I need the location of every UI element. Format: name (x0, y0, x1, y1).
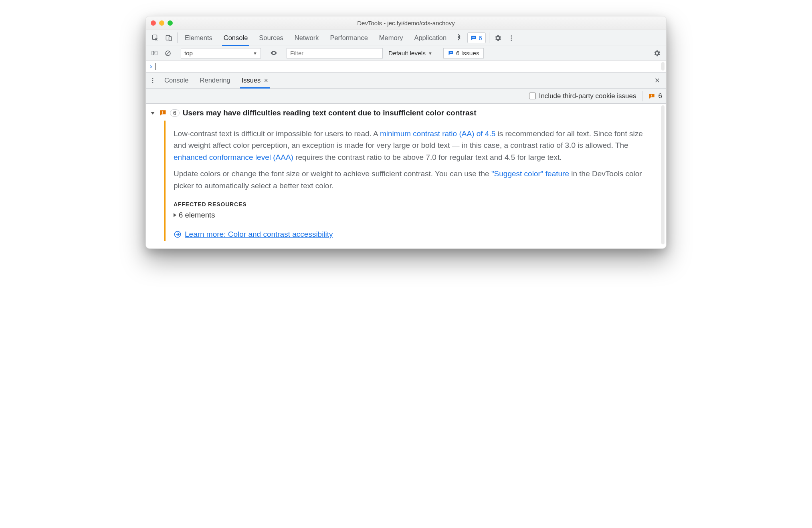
scrollbar[interactable] (661, 105, 665, 244)
console-settings-icon[interactable] (650, 49, 664, 57)
warning-icon (159, 109, 167, 117)
console-prompt[interactable]: › (146, 60, 666, 73)
svg-point-13 (152, 82, 154, 83)
tabs-overflow-icon[interactable] (452, 30, 466, 46)
issues-warning-count: 6 (642, 91, 662, 101)
window-titlebar: DevTools - jec.fyi/demo/cds-anchovy (146, 16, 666, 30)
svg-rect-16 (162, 111, 163, 113)
execution-context-select[interactable]: top ▼ (181, 48, 261, 58)
close-tab-icon[interactable]: × (264, 77, 268, 84)
issues-pane: 6 Users may have difficulties reading te… (146, 104, 666, 248)
tab-elements[interactable]: Elements (179, 30, 218, 46)
more-options-icon[interactable] (505, 30, 518, 46)
tab-memory[interactable]: Memory (374, 30, 409, 46)
main-tab-bar: Elements Console Sources Network Perform… (146, 30, 666, 46)
divider (489, 32, 489, 43)
console-toolbar: top ▼ Filter Default levels ▼ 6 Issues (146, 46, 666, 60)
disclosure-triangle-icon[interactable] (151, 112, 155, 115)
link-suggest-color[interactable]: "Suggest color" feature (491, 169, 569, 178)
issue-header[interactable]: 6 Users may have difficulties reading te… (151, 109, 658, 121)
devtools-window: DevTools - jec.fyi/demo/cds-anchovy Elem… (145, 16, 667, 249)
drawer-more-icon[interactable] (147, 73, 159, 88)
issues-counter-button[interactable]: 6 (467, 32, 486, 43)
svg-rect-3 (473, 37, 475, 37)
issue-description-2: Update colors or change the font size or… (174, 168, 650, 191)
affected-resources-item[interactable]: 6 elements (174, 211, 650, 220)
window-title: DevTools - jec.fyi/demo/cds-anchovy (146, 20, 666, 26)
inspect-element-icon[interactable] (148, 30, 162, 46)
svg-point-12 (152, 80, 154, 81)
svg-point-4 (511, 35, 512, 36)
svg-point-6 (511, 39, 512, 40)
svg-rect-17 (162, 113, 163, 114)
close-window-button[interactable] (151, 20, 156, 26)
settings-icon[interactable] (491, 30, 505, 46)
log-levels-select[interactable]: Default levels ▼ (384, 48, 436, 58)
tab-sources[interactable]: Sources (253, 30, 289, 46)
zoom-window-button[interactable] (168, 20, 173, 26)
disclosure-triangle-icon (174, 213, 176, 217)
open-issues-button[interactable]: 6 Issues (443, 48, 484, 58)
live-expression-icon[interactable] (268, 49, 280, 57)
drawer-tab-issues[interactable]: Issues × (236, 73, 274, 88)
drawer-tab-rendering[interactable]: Rendering (194, 73, 236, 88)
clear-console-icon[interactable] (162, 50, 174, 57)
scrollbar[interactable] (661, 62, 665, 71)
tab-performance[interactable]: Performance (324, 30, 373, 46)
toggle-sidebar-icon[interactable] (148, 50, 160, 56)
issue-description-1: Low-contrast text is difficult or imposs… (174, 128, 650, 163)
include-third-party-checkbox[interactable]: Include third-party cookie issues (529, 92, 636, 100)
divider (177, 32, 178, 43)
close-drawer-icon[interactable]: × (649, 73, 665, 88)
svg-rect-14 (651, 95, 652, 96)
issue-body: Low-contrast text is difficult or imposs… (164, 121, 658, 241)
prompt-chevron-icon: › (150, 63, 152, 70)
link-min-contrast[interactable]: minimum contrast ratio (AA) of 4.5 (380, 129, 495, 138)
console-filter-input[interactable]: Filter (287, 48, 383, 58)
drawer-tab-bar: Console Rendering Issues × × (146, 73, 666, 89)
traffic-lights (146, 20, 173, 26)
issue-count-pill: 6 (170, 109, 180, 117)
learn-more-link[interactable]: Learn more: Color and contrast accessibi… (174, 230, 650, 239)
dropdown-icon: ▼ (428, 51, 432, 56)
svg-rect-2 (169, 36, 171, 40)
tab-console[interactable]: Console (218, 30, 254, 46)
affected-resources-heading: AFFECTED RESOURCES (174, 201, 650, 208)
svg-rect-10 (450, 52, 452, 52)
text-caret (155, 63, 156, 70)
tab-application[interactable]: Application (408, 30, 452, 46)
checkbox-icon (529, 93, 536, 99)
svg-point-9 (273, 52, 275, 53)
svg-point-11 (152, 78, 154, 79)
link-enhanced-conformance[interactable]: enhanced conformance level (AAA) (174, 153, 293, 161)
dropdown-icon: ▼ (253, 51, 257, 56)
filter-placeholder: Filter (290, 50, 303, 56)
issue-title: Users may have difficulties reading text… (183, 109, 477, 117)
issues-toolbar: Include third-party cookie issues 6 (146, 89, 666, 104)
minimize-window-button[interactable] (159, 20, 164, 26)
device-toolbar-icon[interactable] (162, 30, 176, 46)
drawer-tab-console[interactable]: Console (159, 73, 194, 88)
tab-network[interactable]: Network (289, 30, 325, 46)
issue-item: 6 Users may have difficulties reading te… (146, 104, 666, 248)
issues-count: 6 (479, 34, 482, 42)
svg-point-5 (511, 37, 512, 38)
svg-rect-15 (651, 96, 652, 97)
